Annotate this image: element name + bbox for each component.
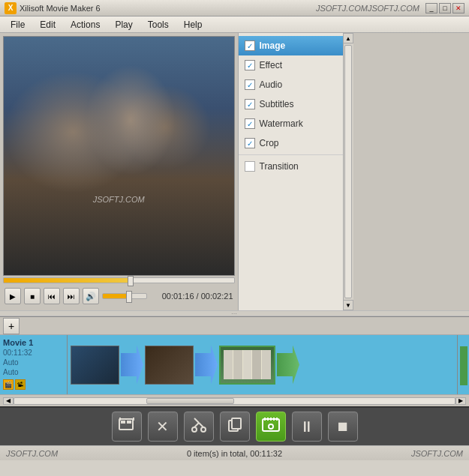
bottom-toolbar: ✕ (0, 406, 469, 445)
play-button[interactable]: ▶ (5, 288, 21, 304)
panel-checkbox-watermark[interactable]: ✓ (245, 118, 255, 129)
watermark-left-title: JSOFTJ.COM (316, 4, 368, 13)
panel-label-crop: Crop (260, 138, 279, 148)
svg-point-19 (269, 425, 272, 428)
close-button[interactable]: ✕ (452, 3, 464, 13)
add-media-icon (118, 416, 136, 438)
panel-checkbox-crop[interactable]: ✓ (245, 138, 255, 148)
track-icons: 🎬 📽 (3, 379, 64, 390)
add-track-button[interactable]: + (3, 318, 20, 334)
progress-fill (4, 278, 131, 283)
panel-checkbox-transition[interactable] (245, 161, 255, 172)
add-media-button[interactable] (112, 412, 142, 442)
timeline-header: + (0, 317, 469, 335)
panel-divider (239, 154, 343, 155)
maximize-button[interactable]: □ (439, 3, 451, 13)
stop-toolbar-button[interactable]: ⏹ (328, 412, 358, 442)
scroll-right-arrow[interactable]: ▶ (455, 397, 466, 405)
panel-checkbox-image[interactable]: ✓ (245, 40, 255, 51)
panel-item-subtitles[interactable]: ✓ Subtitles (239, 94, 343, 114)
cut-button[interactable] (184, 412, 214, 442)
transition-arrow-3[interactable] (277, 346, 299, 385)
copy-icon (227, 417, 243, 437)
volume-icon: 🔊 (86, 292, 96, 301)
pause-toolbar-button[interactable]: ⏸ (292, 412, 322, 442)
status-bar: JSOFTJ.COM 0 item(s) in total, 00:11:32 … (0, 445, 469, 460)
panel-item-watermark[interactable]: ✓ Watermark (239, 114, 343, 133)
volume-handle[interactable] (126, 291, 132, 303)
transition-arrow-1[interactable] (121, 346, 143, 385)
svg-point-5 (192, 427, 197, 432)
window-title: Xilisoft Movie Maker 6 (20, 4, 316, 13)
progress-bar[interactable] (3, 277, 235, 283)
panel-checkbox-subtitles[interactable]: ✓ (245, 99, 255, 109)
timeline-track-info: Movie 1 00:11:32 Auto Auto 🎬 📽 (0, 335, 68, 394)
panel-item-transition[interactable]: Transition (239, 157, 343, 176)
timeline-scroll-track[interactable] (14, 397, 455, 405)
clip-3-selected[interactable] (219, 346, 275, 385)
scroll-down-arrow[interactable]: ▼ (343, 300, 353, 310)
next-icon: ⏭ (68, 292, 75, 301)
scroll-up-arrow[interactable]: ▲ (343, 33, 353, 43)
panel-item-image[interactable]: ✓ Image (239, 36, 343, 55)
timeline-clips[interactable] (68, 335, 457, 394)
panel-item-audio[interactable]: ✓ Audio (239, 75, 343, 94)
clip-2[interactable] (145, 346, 194, 385)
stop-button[interactable]: ■ (24, 288, 41, 304)
menu-tools[interactable]: Tools (140, 18, 176, 31)
panel-checkbox-effect[interactable]: ✓ (245, 60, 255, 70)
panel-item-crop[interactable]: ✓ Crop (239, 133, 343, 153)
svg-rect-15 (270, 418, 272, 421)
stop-icon: ⏹ (336, 419, 350, 435)
svg-point-6 (201, 427, 206, 432)
pause-icon: ⏸ (299, 418, 314, 436)
cut-icon (191, 417, 207, 437)
track-icon-2: 📽 (15, 379, 26, 390)
right-trim-bar (460, 346, 467, 385)
copy-button[interactable] (220, 412, 250, 442)
volume-button[interactable]: 🔊 (83, 288, 99, 304)
track-name: Movie 1 (3, 338, 64, 347)
svg-line-8 (199, 423, 203, 427)
render-button[interactable] (256, 412, 286, 442)
volume-slider[interactable] (102, 293, 147, 299)
drag-dots-icon: ⋯ (231, 310, 239, 317)
timeline-scroll-thumb[interactable] (146, 398, 234, 404)
panel-item-effect[interactable]: ✓ Effect (239, 55, 343, 75)
menu-bar: File Edit Actions Play Tools Help (0, 16, 469, 33)
track-info1: Auto (3, 358, 64, 367)
transition-arrow-2[interactable] (195, 346, 218, 385)
stop-icon: ■ (30, 292, 35, 301)
track-info2: Auto (3, 368, 64, 376)
playback-controls: ▶ ■ ⏮ ⏭ 🔊 00:01:16 / 00:02:21 (3, 285, 235, 307)
next-button[interactable]: ⏭ (63, 288, 80, 304)
menu-actions[interactable]: Actions (63, 18, 107, 31)
track-icon-1: 🎬 (3, 379, 14, 390)
minimize-button[interactable]: _ (425, 3, 437, 13)
status-watermark-left: JSOFTJ.COM (6, 449, 58, 458)
panel-label-image: Image (260, 40, 286, 51)
progress-handle[interactable] (128, 276, 134, 286)
panel-checkbox-audio[interactable]: ✓ (245, 79, 255, 90)
svg-rect-3 (119, 418, 121, 421)
menu-edit[interactable]: Edit (32, 18, 63, 31)
prev-button[interactable]: ⏮ (44, 288, 60, 304)
track-duration: 00:11:32 (3, 349, 64, 357)
svg-rect-2 (127, 421, 131, 424)
menu-play[interactable]: Play (107, 18, 140, 31)
drag-handle[interactable]: ⋯ (0, 310, 469, 316)
menu-file[interactable]: File (3, 18, 32, 31)
app-icon: X (5, 2, 17, 14)
remove-button[interactable]: ✕ (148, 412, 178, 442)
clip-1[interactable] (71, 346, 119, 385)
timeline-content: Movie 1 00:11:32 Auto Auto 🎬 📽 (0, 335, 469, 394)
svg-line-7 (194, 423, 199, 427)
title-bar: X Xilisoft Movie Maker 6 JSOFTJ.COM JSOF… (0, 0, 469, 16)
svg-line-9 (194, 418, 199, 423)
menu-help[interactable]: Help (176, 18, 210, 31)
video-area: JSOFTJ.COM ▶ ■ ⏮ ⏭ 🔊 (0, 33, 238, 310)
scroll-track (344, 45, 352, 298)
scroll-left-arrow[interactable]: ◀ (3, 397, 14, 405)
svg-rect-11 (232, 418, 241, 429)
panel-label-transition: Transition (260, 161, 299, 172)
